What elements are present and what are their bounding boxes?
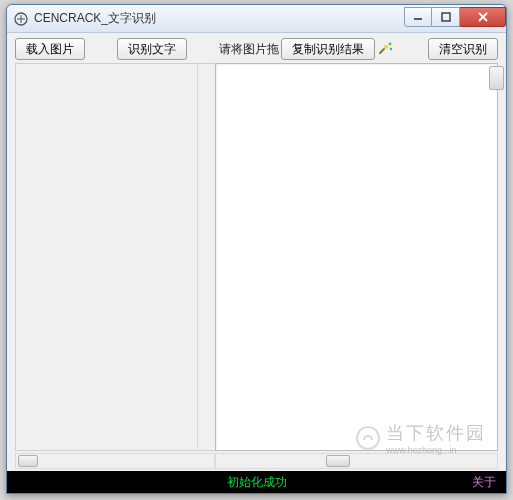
status-message: 初始化成功 [227,474,287,491]
svg-point-7 [390,48,392,50]
content-area [7,63,506,453]
hscroll-right[interactable] [215,453,498,469]
svg-point-6 [389,43,392,46]
close-button[interactable] [460,7,506,27]
vscroll-thumb-left[interactable] [199,422,214,444]
svg-point-5 [384,45,388,49]
toolbar: 载入图片 识别文字 请将图片拖 复制识别结果 清空识别 [7,33,506,63]
app-icon [13,11,29,27]
app-window: CENCRACK_文字识别 载入图片 识别文字 请将图片拖 复制识别结果 [6,4,507,494]
hint-area: 请将图片拖 复制识别结果 [219,38,395,60]
image-panel[interactable] [15,63,215,451]
window-title: CENCRACK_文字识别 [34,10,404,27]
clear-recognition-button[interactable]: 清空识别 [428,38,498,60]
load-image-button[interactable]: 载入图片 [15,38,85,60]
vscroll-thumb-right[interactable] [489,66,504,90]
titlebar[interactable]: CENCRACK_文字识别 [7,5,506,33]
recognize-text-button[interactable]: 识别文字 [117,38,187,60]
svg-rect-2 [442,13,450,21]
status-bar: 初始化成功 关于 [7,471,506,493]
hscroll-thumb-left[interactable] [18,455,38,467]
maximize-button[interactable] [432,7,460,27]
about-link[interactable]: 关于 [472,474,496,491]
copy-result-button[interactable]: 复制识别结果 [281,38,375,60]
drag-hint-label: 请将图片拖 [219,41,279,58]
minimize-button[interactable] [404,7,432,27]
result-panel[interactable] [215,63,498,451]
hscroll-thumb-right[interactable] [326,455,350,467]
window-controls [404,7,506,27]
hscroll-left[interactable] [15,453,215,469]
hscroll-row [7,453,506,471]
sparkle-icon [377,40,395,58]
